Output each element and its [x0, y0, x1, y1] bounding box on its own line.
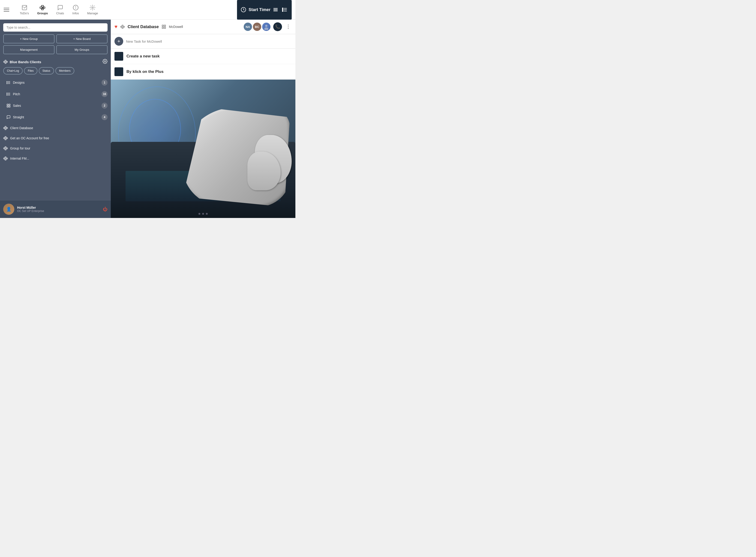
task-checkbox-2[interactable] [114, 67, 123, 76]
svg-rect-47 [7, 106, 8, 107]
svg-point-21 [282, 8, 283, 9]
svg-point-94 [265, 25, 268, 27]
task-label-1: Create a new task [127, 54, 160, 59]
svg-rect-92 [164, 27, 166, 29]
main-content: ♥ Client Database McDowell NA BC [111, 20, 296, 218]
badge-straight: 4 [102, 114, 108, 120]
nav-item-todos[interactable]: ToDo's [16, 3, 33, 17]
list-label-sales: Sales [13, 104, 21, 108]
svg-rect-52 [6, 127, 7, 129]
svg-point-43 [7, 94, 7, 94]
group-tabs: Chat+Log Files Status Members [0, 67, 111, 77]
nav-items: ToDo's Groups Chats Infos [16, 3, 237, 17]
active-group-name: Blue Bands Clients [10, 60, 41, 64]
task-checkbox-1[interactable] [114, 52, 123, 61]
sidebar-search [3, 23, 108, 32]
task-input-row: + [111, 34, 296, 49]
nav-item-groups[interactable]: Groups [33, 3, 52, 17]
svg-point-36 [7, 81, 7, 82]
tab-status[interactable]: Status [39, 67, 54, 75]
nav-label-groups: Groups [37, 11, 48, 15]
svg-point-38 [7, 83, 7, 84]
group-link-oc-account[interactable]: Get an OC Account for free [0, 133, 111, 143]
hamburger-menu[interactable] [4, 5, 13, 14]
new-board-button[interactable]: + New Board [56, 34, 108, 43]
management-button[interactable]: Management [3, 45, 54, 54]
list-item-sales[interactable]: Sales 2 [0, 100, 111, 111]
svg-rect-45 [7, 104, 8, 105]
list-icon-designs [6, 81, 10, 85]
main-layout: + New Group + New Board Management My Gr… [0, 20, 296, 218]
list-label-straight: Straight [13, 115, 24, 119]
list-item-designs[interactable]: Designs 1 [0, 77, 111, 88]
svg-rect-65 [4, 148, 5, 149]
list-label-designs: Designs [13, 81, 25, 84]
task-label-2: By klick on the Plus [127, 69, 164, 74]
badge-pitch: 16 [102, 91, 108, 97]
nav-item-infos[interactable]: Infos [68, 3, 83, 17]
grid-icon-sales [6, 104, 10, 108]
group-link-internal-fm[interactable]: Internal FM... [0, 153, 111, 164]
svg-point-44 [7, 95, 7, 95]
new-group-button[interactable]: + New Group [3, 34, 54, 43]
network-icon-internal [3, 156, 8, 161]
nav-label-manage: Manage [87, 11, 98, 15]
chat-icon-straight [6, 115, 10, 119]
tab-chat-log[interactable]: Chat+Log [3, 67, 23, 75]
group-network-icon [3, 59, 8, 64]
nav-right-icons [272, 6, 288, 13]
badge-designs: 1 [102, 80, 108, 86]
nav-item-manage[interactable]: Manage [83, 3, 102, 17]
group-label-internal-fm: Internal FM... [10, 156, 29, 160]
group-label-oc-account: Get an OC Account for free [10, 136, 49, 140]
sidebar-footer: 👤 Horst Müller OC Set UP Enterprise ⏻ [0, 200, 111, 218]
nav-item-chats[interactable]: Chats [52, 3, 68, 17]
avatar-person-icon [263, 24, 270, 30]
group-header: Blue Bands Clients [0, 57, 111, 67]
tab-members[interactable]: Members [55, 67, 74, 75]
background-scene [111, 80, 296, 218]
svg-point-22 [282, 9, 283, 10]
svg-point-23 [282, 10, 283, 11]
task-input-field[interactable] [126, 39, 292, 43]
list-view-icon[interactable] [282, 6, 288, 13]
add-task-button[interactable]: + [114, 37, 123, 46]
svg-rect-76 [6, 158, 7, 159]
group-label-tour: Group for tour [10, 146, 30, 150]
group-link-tour[interactable]: Group for tour [0, 143, 111, 153]
svg-point-42 [7, 93, 7, 93]
header-group-name: Client Database [128, 25, 159, 29]
main-header: ♥ Client Database McDowell NA BC [111, 20, 296, 34]
list-item-straight[interactable]: Straight 4 [0, 111, 111, 123]
gear-icon[interactable] [103, 59, 108, 65]
svg-rect-91 [162, 27, 164, 29]
list-item-pitch[interactable]: Pitch 16 [0, 88, 111, 100]
phone-button[interactable]: 📞 [273, 22, 282, 31]
nav-label-todos: ToDo's [20, 11, 29, 15]
more-options-menu[interactable]: ⋮ [285, 24, 292, 30]
start-timer-button[interactable]: Start Timer [241, 7, 271, 12]
network-icon-oc [3, 136, 8, 141]
svg-rect-84 [123, 26, 124, 27]
todos-icon [22, 5, 27, 10]
avatar-bc: BC [253, 23, 261, 31]
power-icon[interactable]: ⏻ [103, 207, 108, 212]
svg-rect-48 [9, 106, 10, 107]
laptop-dots [198, 213, 208, 215]
my-groups-button[interactable]: My Groups [56, 45, 108, 54]
svg-rect-68 [6, 148, 7, 149]
favorite-icon[interactable]: ♥ [114, 24, 117, 30]
group-link-client-database[interactable]: Client Database [0, 123, 111, 133]
grid-icon-header [162, 25, 166, 29]
tab-files[interactable]: Files [24, 67, 37, 75]
clock-icon [241, 7, 246, 12]
footer-name: Horst Müller [17, 206, 100, 209]
nav-right: Start Timer [237, 0, 292, 20]
sidebar-buttons: + New Group + New Board Management My Gr… [0, 34, 111, 57]
view-toggle-icon[interactable] [272, 6, 279, 13]
robot-image [111, 80, 296, 218]
network-icon-tour [3, 146, 8, 151]
avatar-img [262, 23, 271, 31]
avatar: 👤 [3, 204, 14, 215]
search-input[interactable] [3, 23, 108, 32]
